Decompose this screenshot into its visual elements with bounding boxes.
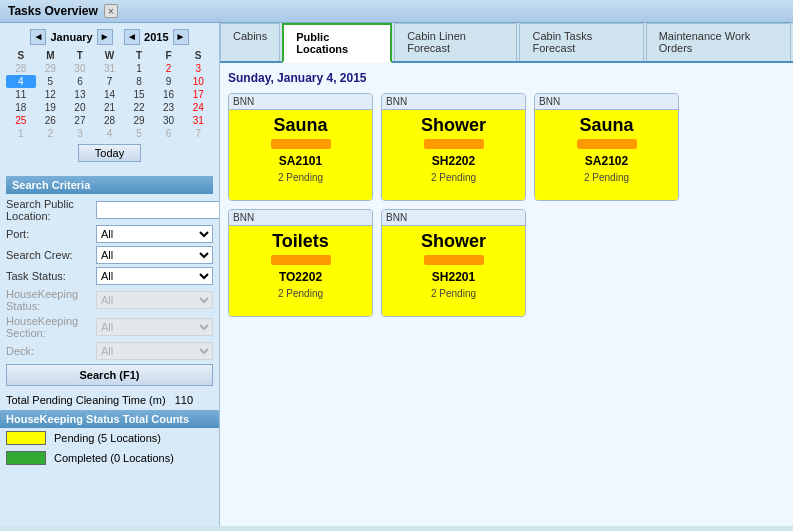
calendar-day[interactable]: 6 [154,127,184,140]
calendar-day[interactable]: 12 [36,88,66,101]
calendar-day[interactable]: 5 [36,75,66,88]
card-redacted-1 [424,139,484,149]
calendar-day[interactable]: 31 [183,114,213,127]
calendar-day[interactable]: 25 [6,114,36,127]
location-card-0[interactable]: BNNSaunaSA21012 Pending [228,93,373,201]
status-item-0: Pending (5 Locations) [0,428,219,448]
calendar-day[interactable]: 28 [6,62,36,75]
field-label-2: Search Crew: [6,249,96,261]
field-row-6: Deck:All [6,342,213,360]
field-select-2[interactable]: All [96,246,213,264]
total-pending-value: 110 [175,394,193,406]
field-select-1[interactable]: All [96,225,213,243]
calendar-day[interactable]: 16 [154,88,184,101]
location-card-3[interactable]: BNNToiletsTO22022 Pending [228,209,373,317]
field-label-5: HouseKeeping Section: [6,315,96,339]
calendar-day[interactable]: 20 [65,101,95,114]
calendar-nav: ◄ January ► ◄ 2015 ► [6,29,213,45]
card-group-2: BNN [535,94,678,110]
field-label-3: Task Status: [6,270,96,282]
calendar-day[interactable]: 31 [95,62,125,75]
calendar-day[interactable]: 7 [183,127,213,140]
calendar-day[interactable]: 9 [154,75,184,88]
content-area: Sunday, January 4, 2015 BNNSaunaSA21012 … [220,63,793,526]
calendar-day[interactable]: 10 [183,75,213,88]
card-name-2: Sauna [579,116,633,136]
calendar-day[interactable]: 1 [6,127,36,140]
location-card-4[interactable]: BNNShowerSH22012 Pending [381,209,526,317]
calendar-day[interactable]: 1 [124,62,154,75]
calendar-day[interactable]: 18 [6,101,36,114]
location-card-2[interactable]: BNNSaunaSA21022 Pending [534,93,679,201]
tab-1[interactable]: Public Locations [282,23,392,63]
status-counts-section: HouseKeeping Status Total Counts Pending… [0,410,219,468]
calendar-day[interactable]: 28 [95,114,125,127]
card-body-1: ShowerSH22022 Pending [382,110,525,200]
calendar-day[interactable]: 30 [65,62,95,75]
calendar-day[interactable]: 17 [183,88,213,101]
card-name-4: Shower [421,232,486,252]
close-button[interactable]: × [104,4,118,18]
calendar-day[interactable]: 19 [36,101,66,114]
card-body-2: SaunaSA21022 Pending [535,110,678,200]
field-select-3[interactable]: All [96,267,213,285]
card-code-3: TO2202 [279,270,322,284]
calendar-day[interactable]: 29 [124,114,154,127]
today-button[interactable]: Today [78,144,141,162]
search-button[interactable]: Search (F1) [6,364,213,386]
tab-3[interactable]: Cabin Tasks Forecast [519,23,643,61]
card-name-1: Shower [421,116,486,136]
calendar-year: 2015 [144,31,168,43]
next-month-button[interactable]: ► [97,29,113,45]
calendar-day[interactable]: 4 [95,127,125,140]
calendar-day[interactable]: 27 [65,114,95,127]
total-pending-label: Total Pending Cleaning Time (m) [6,394,166,406]
calendar-day[interactable]: 8 [124,75,154,88]
calendar-day[interactable]: 2 [154,62,184,75]
card-redacted-3 [271,255,331,265]
prev-year-button[interactable]: ◄ [124,29,140,45]
left-panel: ◄ January ► ◄ 2015 ► SMTWTFS 28293031123… [0,23,220,526]
status-color-box-1 [6,451,46,465]
card-pending-3: 2 Pending [278,288,323,299]
calendar-day[interactable]: 14 [95,88,125,101]
status-item-1: Completed (0 Locations) [0,448,219,468]
calendar-day[interactable]: 21 [95,101,125,114]
calendar-day[interactable]: 7 [95,75,125,88]
card-pending-0: 2 Pending [278,172,323,183]
card-code-2: SA2102 [585,154,628,168]
calendar-day[interactable]: 4 [6,75,36,88]
field-input-0[interactable] [96,201,220,219]
calendar-day[interactable]: 22 [124,101,154,114]
calendar-day[interactable]: 29 [36,62,66,75]
field-label-1: Port: [6,228,96,240]
field-select-5: All [96,318,213,336]
calendar-day[interactable]: 24 [183,101,213,114]
calendar-month: January [50,31,92,43]
tab-2[interactable]: Cabin Linen Forecast [394,23,517,61]
calendar-day[interactable]: 15 [124,88,154,101]
calendar-day[interactable]: 11 [6,88,36,101]
calendar-day[interactable]: 3 [65,127,95,140]
card-body-4: ShowerSH22012 Pending [382,226,525,316]
field-row-5: HouseKeeping Section:All [6,315,213,339]
status-label-0: Pending (5 Locations) [54,432,161,444]
field-select-6: All [96,342,213,360]
calendar-day[interactable]: 26 [36,114,66,127]
calendar-day[interactable]: 6 [65,75,95,88]
calendar-day[interactable]: 3 [183,62,213,75]
calendar-day[interactable]: 30 [154,114,184,127]
location-card-1[interactable]: BNNShowerSH22022 Pending [381,93,526,201]
tab-0[interactable]: Cabins [220,23,280,61]
status-counts-title: HouseKeeping Status Total Counts [0,410,219,428]
field-row-0: Search Public Location: [6,198,213,222]
card-body-0: SaunaSA21012 Pending [229,110,372,200]
prev-month-button[interactable]: ◄ [30,29,46,45]
calendar-day[interactable]: 5 [124,127,154,140]
calendar-day[interactable]: 23 [154,101,184,114]
card-code-4: SH2201 [432,270,475,284]
next-year-button[interactable]: ► [173,29,189,45]
calendar-day[interactable]: 2 [36,127,66,140]
tab-4[interactable]: Maintenance Work Orders [646,23,791,61]
calendar-day[interactable]: 13 [65,88,95,101]
